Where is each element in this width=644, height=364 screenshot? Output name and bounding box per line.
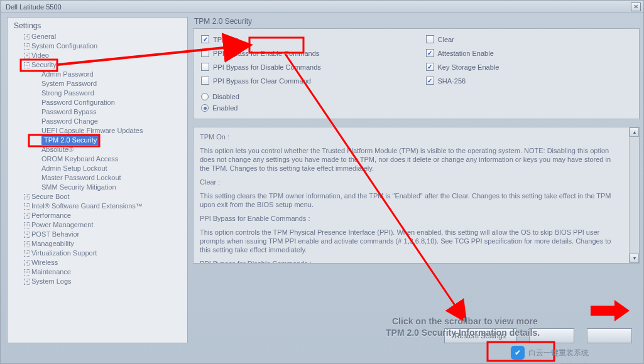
expand-icon[interactable]: + (24, 279, 30, 285)
tree-item-label: Performance (31, 211, 71, 220)
exit-button[interactable]: Exit (587, 328, 632, 343)
expand-icon[interactable]: + (24, 43, 30, 50)
radio-icon[interactable] (201, 93, 209, 100)
tree-item-label: Power Management (31, 220, 93, 230)
checkbox-icon[interactable]: ✓ (426, 49, 434, 57)
expand-icon[interactable]: + (24, 232, 30, 238)
tree-item-general[interactable]: +General (11, 32, 185, 41)
tree-item-label: System Password (41, 79, 97, 88)
tree-item-strong-password[interactable]: Strong Password (11, 88, 185, 98)
option-ppi-bypass-for-enable-commands[interactable]: PPI Bypass for Enable Commands (201, 49, 407, 57)
tree-item-label: System Logs (31, 277, 72, 286)
checkbox-icon[interactable]: ✓ (201, 35, 209, 43)
tree-item-label: Strong Password (41, 88, 94, 98)
expand-icon[interactable]: + (24, 213, 30, 219)
expand-icon[interactable]: + (24, 250, 30, 257)
info-heading: PPI Bypass for Enable Commands : (200, 214, 621, 223)
scroll-up-button[interactable]: ▴ (630, 127, 639, 137)
expand-icon[interactable]: + (24, 203, 30, 210)
tree-item-performance[interactable]: +Performance (11, 211, 185, 220)
tree-item-label: SMM Security Mitigation (41, 183, 116, 192)
checkbox-icon[interactable] (201, 63, 209, 71)
tree-item-system-configuration[interactable]: +System Configuration (11, 41, 185, 51)
tree-item-label: Maintenance (31, 267, 71, 277)
scroll-track[interactable] (630, 137, 639, 254)
tree-item-orom-keyboard-access[interactable]: OROM Keyboard Access (11, 154, 185, 164)
tree-item-video[interactable]: +Video (11, 51, 185, 60)
tree-item-absolute-[interactable]: Absolute® (11, 145, 185, 154)
option-label: Key Storage Enable (438, 63, 499, 71)
tree-item-master-password-lockout[interactable]: Master Password Lockout (11, 173, 185, 183)
expand-icon[interactable]: + (24, 260, 30, 266)
option-sha-256[interactable]: ✓SHA-256 (426, 77, 632, 85)
tree-item-label: System Configuration (31, 41, 97, 51)
settings-tree: Settings +General+System Configuration+V… (7, 17, 188, 343)
tree-item-system-logs[interactable]: +System Logs (11, 277, 185, 286)
info-heading: TPM On : (200, 132, 621, 141)
tree-item-label: Security (31, 60, 57, 70)
expand-icon[interactable]: + (24, 194, 30, 200)
window-title: Dell Latitude 5500 (3, 3, 631, 11)
checkbox-icon[interactable] (201, 77, 209, 85)
tree-item-label: Video (31, 51, 49, 60)
hint-line-1: Click on the scrollbar to view more (392, 316, 538, 326)
expand-icon[interactable]: + (24, 34, 30, 40)
expand-icon[interactable]: + (24, 53, 30, 59)
option-key-storage-enable[interactable]: ✓Key Storage Enable (426, 63, 632, 71)
option-ppi-bypass-for-clear-command[interactable]: PPI Bypass for Clear Command (201, 77, 407, 85)
radio-icon[interactable] (201, 104, 209, 112)
collapse-icon[interactable]: - (24, 62, 30, 68)
watermark: ✔ 白云一键重装系统 (511, 346, 589, 360)
tree-item-tpm-2-0-security[interactable]: TPM 2.0 Security (11, 136, 185, 145)
expand-icon[interactable]: + (24, 241, 30, 247)
tree-item-wireless[interactable]: +Wireless (11, 258, 185, 267)
tree-item-security[interactable]: -Security (11, 60, 185, 70)
tree-item-password-bypass[interactable]: Password Bypass (11, 107, 185, 117)
titlebar: Dell Latitude 5500 ✕ (1, 1, 643, 13)
tree-item-label: Password Configuration (41, 98, 115, 107)
tree-item-label: Manageability (31, 239, 74, 249)
info-scrollbar[interactable]: ▴ ▾ (629, 127, 639, 263)
scroll-down-button[interactable]: ▾ (630, 254, 639, 263)
radio-disabled[interactable]: Disabled (201, 91, 631, 102)
tree-item-label: Password Bypass (41, 107, 96, 117)
tree-item-intel-software-guard-extensions-[interactable]: +Intel® Software Guard Extensions™ (11, 201, 185, 211)
info-heading: PPI Bypass for Disable Commands : (200, 259, 621, 264)
tree-title: Settings (14, 21, 185, 30)
checkbox-icon[interactable] (426, 35, 434, 43)
tree-item-post-behavior[interactable]: +POST Behavior (11, 230, 185, 239)
watermark-icon: ✔ (511, 346, 525, 360)
info-paragraph: This setting clears the TPM owner inform… (200, 191, 621, 209)
tree-item-label: Intel® Software Guard Extensions™ (31, 201, 143, 211)
tree-item-label: Admin Password (41, 70, 94, 79)
checkbox-icon[interactable]: ✓ (426, 77, 434, 85)
tree-item-admin-setup-lockout[interactable]: Admin Setup Lockout (11, 164, 185, 173)
tree-item-label: Password Change (41, 117, 98, 126)
tree-item-admin-password[interactable]: Admin Password (11, 70, 185, 79)
close-button[interactable]: ✕ (631, 3, 641, 11)
watermark-text: 白云一键重装系统 (528, 348, 589, 358)
tree-item-smm-security-mitigation[interactable]: SMM Security Mitigation (11, 183, 185, 192)
tree-item-label: Wireless (31, 258, 58, 267)
tree-item-password-configuration[interactable]: Password Configuration (11, 98, 185, 107)
option-clear[interactable]: Clear (426, 35, 632, 43)
tree-item-label: Master Password Lockout (41, 173, 121, 183)
checkbox-icon[interactable]: ✓ (426, 63, 434, 71)
tree-item-password-change[interactable]: Password Change (11, 117, 185, 126)
tree-item-virtualization-support[interactable]: +Virtualization Support (11, 249, 185, 258)
option-attestation-enable[interactable]: ✓Attestation Enable (426, 49, 632, 57)
expand-icon[interactable]: + (24, 222, 30, 228)
tree-item-secure-boot[interactable]: +Secure Boot (11, 192, 185, 201)
radio-enabled[interactable]: Enabled (201, 102, 631, 114)
option-ppi-bypass-for-disable-commands[interactable]: PPI Bypass for Disable Commands (201, 63, 407, 71)
tree-item-label: UEFI Capsule Firmware Updates (41, 126, 143, 136)
tree-item-system-password[interactable]: System Password (11, 79, 185, 88)
expand-icon[interactable]: + (24, 269, 30, 276)
tree-item-manageability[interactable]: +Manageability (11, 239, 185, 249)
tree-item-maintenance[interactable]: +Maintenance (11, 267, 185, 277)
checkbox-icon[interactable] (201, 49, 209, 57)
tree-item-uefi-capsule-firmware-updates[interactable]: UEFI Capsule Firmware Updates (11, 126, 185, 136)
options-box: ✓TPM OnClearPPI Bypass for Enable Comman… (193, 28, 640, 119)
option-tpm-on[interactable]: ✓TPM On (201, 35, 407, 43)
tree-item-power-management[interactable]: +Power Management (11, 220, 185, 230)
